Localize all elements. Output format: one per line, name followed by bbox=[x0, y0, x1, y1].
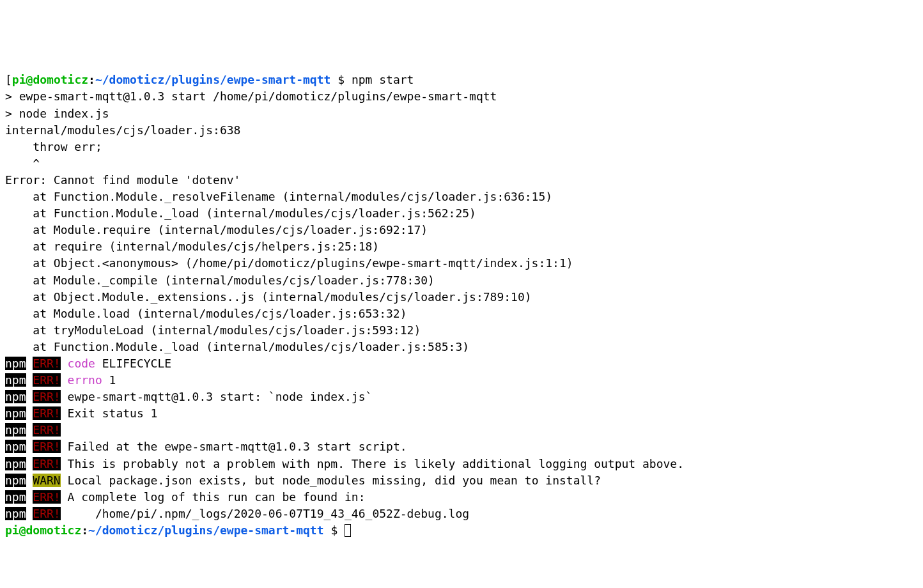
npm-badge: npm bbox=[5, 457, 26, 470]
prompt-colon: : bbox=[88, 73, 95, 86]
bracket-open: [ bbox=[5, 73, 12, 86]
prompt-line: [pi@domoticz:~/domoticz/plugins/ewpe-sma… bbox=[5, 72, 918, 88]
npm-badge: npm bbox=[5, 490, 26, 504]
npm-error-line: npm ERR! ewpe-smart-mqtt@1.0.3 start: `n… bbox=[5, 389, 918, 405]
gap bbox=[26, 423, 33, 437]
err-key: errno bbox=[61, 373, 102, 387]
npm-badge: npm bbox=[5, 406, 26, 420]
gap bbox=[26, 406, 33, 420]
output-line: Error: Cannot find module 'dotenv' bbox=[5, 172, 918, 189]
output-line: > node index.js bbox=[5, 105, 918, 122]
prompt-dollar: $ bbox=[330, 73, 352, 86]
npm-error-line: npm ERR! /home/pi/.npm/_logs/2020-06-07T… bbox=[5, 506, 918, 522]
warn-text: Local package.json exists, but node_modu… bbox=[61, 474, 601, 487]
npm-error-line: npm ERR! bbox=[5, 422, 918, 438]
gap bbox=[26, 474, 33, 487]
prompt-path: ~/domoticz/plugins/ewpe-smart-mqtt bbox=[88, 523, 323, 537]
output-line: at Module.load (internal/modules/cjs/loa… bbox=[5, 306, 918, 322]
gap bbox=[26, 390, 33, 403]
gap bbox=[26, 490, 33, 504]
output-line: at require (internal/modules/cjs/helpers… bbox=[5, 238, 918, 255]
npm-badge: npm bbox=[5, 390, 26, 403]
err-badge: ERR! bbox=[33, 457, 60, 470]
err-badge: ERR! bbox=[33, 507, 60, 520]
err-badge: ERR! bbox=[33, 390, 60, 403]
output-line: at Module._compile (internal/modules/cjs… bbox=[5, 272, 918, 289]
err-badge: ERR! bbox=[33, 440, 60, 453]
err-text: /home/pi/.npm/_logs/2020-06-07T19_43_46_… bbox=[61, 507, 469, 520]
err-badge: ERR! bbox=[33, 357, 60, 370]
npm-error-line: npm ERR! This is probably not a problem … bbox=[5, 456, 918, 472]
npm-warn-line: npm WARN Local package.json exists, but … bbox=[5, 472, 918, 489]
gap bbox=[26, 440, 33, 453]
output-line: at tryModuleLoad (internal/modules/cjs/l… bbox=[5, 322, 918, 339]
err-val: 1 bbox=[102, 373, 116, 387]
err-badge: ERR! bbox=[33, 423, 60, 437]
terminal-output[interactable]: [pi@domoticz:~/domoticz/plugins/ewpe-sma… bbox=[5, 72, 918, 539]
output-line: internal/modules/cjs/loader.js:638 bbox=[5, 122, 918, 139]
err-val: ELIFECYCLE bbox=[95, 357, 171, 370]
output-line: at Function.Module._load (internal/modul… bbox=[5, 339, 918, 355]
npm-badge: npm bbox=[5, 373, 26, 387]
gap bbox=[26, 457, 33, 470]
gap bbox=[26, 507, 33, 520]
prompt-at: @ bbox=[19, 523, 26, 537]
err-text: A complete log of this run can be found … bbox=[61, 490, 366, 504]
output-line: at Module.require (internal/modules/cjs/… bbox=[5, 222, 918, 238]
output-line: at Function.Module._resolveFilename (int… bbox=[5, 189, 918, 205]
npm-badge: npm bbox=[5, 423, 26, 437]
prompt-host: domoticz bbox=[26, 523, 82, 537]
prompt-at: @ bbox=[26, 73, 33, 86]
output-line: at Function.Module._load (internal/modul… bbox=[5, 205, 918, 222]
output-line: > ewpe-smart-mqtt@1.0.3 start /home/pi/d… bbox=[5, 88, 918, 105]
npm-badge: npm bbox=[5, 357, 26, 370]
err-badge: ERR! bbox=[33, 406, 60, 420]
err-text: Failed at the ewpe-smart-mqtt@1.0.3 star… bbox=[61, 440, 407, 453]
output-line: at Object.Module._extensions..js (intern… bbox=[5, 289, 918, 306]
prompt-user: pi bbox=[5, 523, 19, 537]
err-badge: ERR! bbox=[33, 373, 60, 387]
err-text: ewpe-smart-mqtt@1.0.3 start: `node index… bbox=[61, 390, 373, 403]
output-line: at Object.<anonymous> (/home/pi/domoticz… bbox=[5, 255, 918, 272]
prompt-user: pi bbox=[12, 73, 26, 86]
err-text bbox=[61, 423, 68, 437]
npm-badge: npm bbox=[5, 474, 26, 487]
gap bbox=[26, 357, 33, 370]
gap bbox=[26, 373, 33, 387]
err-text: This is probably not a problem with npm.… bbox=[61, 457, 684, 470]
npm-badge: npm bbox=[5, 440, 26, 453]
err-text: Exit status 1 bbox=[61, 406, 158, 420]
command-text: npm start bbox=[352, 73, 414, 86]
prompt-line: pi@domoticz:~/domoticz/plugins/ewpe-smar… bbox=[5, 522, 918, 539]
prompt-host: domoticz bbox=[33, 73, 88, 86]
npm-error-line: npm ERR! Failed at the ewpe-smart-mqtt@1… bbox=[5, 438, 918, 455]
cursor-icon[interactable] bbox=[345, 524, 351, 537]
npm-error-line: npm ERR! A complete log of this run can … bbox=[5, 489, 918, 506]
npm-error-line: npm ERR! code ELIFECYCLE bbox=[5, 355, 918, 372]
prompt-path: ~/domoticz/plugins/ewpe-smart-mqtt bbox=[95, 73, 330, 86]
npm-error-line: npm ERR! Exit status 1 bbox=[5, 405, 918, 422]
npm-badge: npm bbox=[5, 507, 26, 520]
prompt-colon: : bbox=[81, 523, 88, 537]
npm-error-line: npm ERR! errno 1 bbox=[5, 372, 918, 389]
err-key: code bbox=[61, 357, 95, 370]
warn-badge: WARN bbox=[33, 474, 60, 487]
output-line: ^ bbox=[5, 155, 918, 172]
output-line: throw err; bbox=[5, 139, 918, 155]
err-badge: ERR! bbox=[33, 490, 60, 504]
prompt-dollar: $ bbox=[324, 523, 345, 537]
